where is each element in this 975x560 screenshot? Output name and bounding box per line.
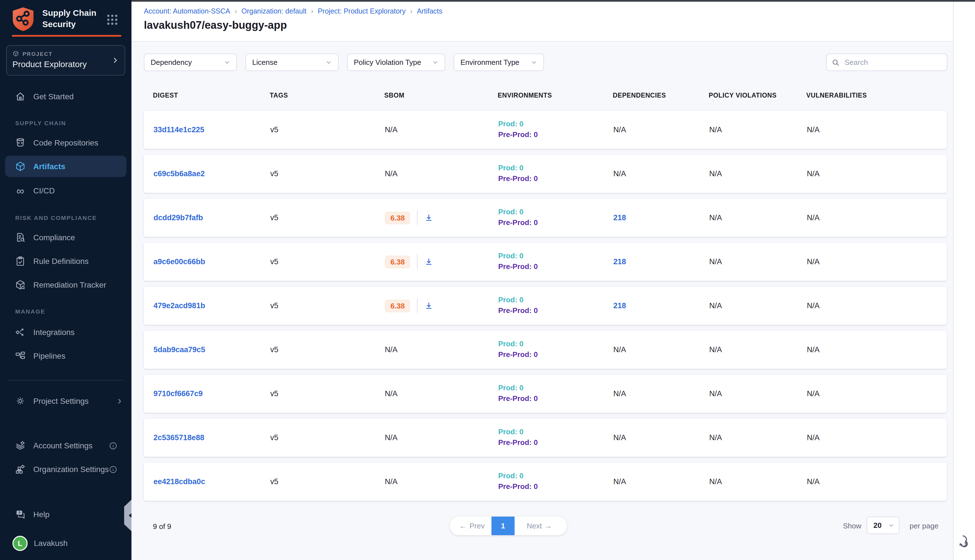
info-icon[interactable] [109, 465, 117, 473]
arrow-left-icon: ← [459, 522, 467, 530]
preprod-count: Pre-Prod: 0 [498, 174, 538, 184]
project-selector-label: PROJECT [23, 50, 53, 57]
download-sbom-icon[interactable] [424, 301, 434, 310]
sidebar-item-label: Organization Settings [33, 465, 109, 474]
feedback-chat-icon[interactable] [957, 532, 972, 548]
digest-link[interactable]: 9710cf6667c9 [154, 389, 202, 398]
sidebar: Supply Chain Security PROJECT Produ [0, 0, 132, 560]
sidebar-item-compliance[interactable]: Compliance [0, 226, 132, 249]
tag-value: v5 [270, 477, 279, 486]
environments-cell: Prod: 0 Pre-Prod: 0 [498, 251, 538, 272]
policy-violations-value: N/A [709, 257, 722, 266]
artifact-cube-icon [15, 161, 26, 172]
digest-link[interactable]: 5dab9caa79c5 [154, 345, 205, 354]
sidebar-item-account-settings[interactable]: Account Settings [0, 434, 132, 457]
breadcrumb-account[interactable]: Account: Automation-SSCA [144, 7, 230, 15]
sidebar-item-integrations[interactable]: Integrations [0, 321, 132, 343]
policy-violations-value: N/A [709, 345, 722, 354]
page-size-select[interactable]: 20 [866, 517, 899, 534]
sidebar-item-remediation-tracker[interactable]: Remediation Tracker [0, 273, 132, 296]
prod-count: Prod: 0 [498, 251, 538, 262]
sidebar-item-rule-definitions[interactable]: Rule Definitions [0, 250, 132, 272]
preprod-count: Pre-Prod: 0 [498, 306, 538, 317]
digest-link[interactable]: 2c5365718e88 [154, 433, 204, 442]
sidebar-divider [8, 380, 124, 381]
policy-violations-value: N/A [709, 389, 722, 398]
filter-dependency[interactable]: Dependency [144, 53, 237, 71]
dependencies-link[interactable]: 218 [613, 213, 626, 222]
dependencies-link[interactable]: 218 [613, 302, 626, 310]
sidebar-item-cicd[interactable]: ∞ CI/CD [0, 179, 132, 202]
tag-value: v5 [270, 125, 279, 134]
vulnerabilities-value: N/A [807, 170, 820, 178]
chevron-right-icon [116, 397, 123, 405]
sbom-value: N/A [385, 345, 397, 354]
pagination-prev-button[interactable]: ← Prev [450, 517, 491, 535]
environments-cell: Prod: 0 Pre-Prod: 0 [498, 339, 538, 360]
artifact-table: 33d114e1c225 v5 N/A Prod: 0 Pre-Prod: 0 … [143, 110, 947, 506]
breadcrumb-organization[interactable]: Organization: default [242, 7, 307, 15]
filter-environment-type[interactable]: Environment Type [454, 53, 544, 71]
digest-link[interactable]: 33d114e1c225 [154, 125, 204, 134]
pipelines-icon [15, 350, 26, 362]
sidebar-item-help[interactable]: ? Help [0, 503, 132, 526]
project-selector[interactable]: PROJECT Product Exploratory [6, 45, 125, 75]
column-header-tags: TAGS [270, 92, 288, 99]
filter-license[interactable]: License [245, 53, 339, 71]
arrow-right-icon: → [545, 522, 552, 530]
download-sbom-icon[interactable] [424, 213, 434, 222]
sidebar-item-label: Project Settings [33, 397, 88, 405]
info-icon[interactable] [109, 441, 117, 450]
sidebar-item-code-repositories[interactable]: Code Repositories [0, 132, 132, 154]
dependencies-link[interactable]: 218 [613, 257, 626, 266]
tag-value: v5 [270, 213, 279, 222]
breadcrumb: Account: Automation-SSCA› Organization: … [144, 7, 442, 15]
sidebar-item-label: Artifacts [33, 162, 65, 171]
breadcrumb-separator: › [311, 7, 313, 15]
pagination-page-1[interactable]: 1 [491, 517, 514, 535]
environments-cell: Prod: 0 Pre-Prod: 0 [498, 427, 538, 448]
digest-link[interactable]: 479e2acd981b [154, 302, 205, 310]
sidebar-item-pipelines[interactable]: Pipelines [0, 345, 132, 367]
sidebar-item-artifacts[interactable]: Artifacts [5, 156, 126, 177]
cell-divider [417, 210, 418, 225]
sidebar-item-user-profile[interactable]: L Lavakush [0, 532, 132, 554]
sbom-score-badge: 6.38 [385, 299, 411, 312]
digest-link[interactable]: ee4218cdba0c [154, 477, 205, 486]
filter-policy-violation-type[interactable]: Policy Violation Type [347, 53, 445, 71]
prod-count: Prod: 0 [498, 207, 538, 218]
app-switcher-icon[interactable] [106, 13, 119, 26]
breadcrumb-project[interactable]: Project: Product Exploratory [318, 7, 406, 15]
sidebar-item-organization-settings[interactable]: Organization Settings [0, 458, 132, 480]
page-size-value: 20 [873, 521, 882, 530]
code-repository-icon [15, 137, 26, 148]
dependencies-value: N/A [613, 170, 626, 178]
integrations-icon [15, 327, 26, 338]
sbom-value: N/A [385, 477, 397, 486]
top-edge-sliver [132, 0, 975, 2]
vulnerabilities-value: N/A [807, 477, 820, 486]
dependencies-value: N/A [613, 345, 626, 354]
sidebar-item-project-settings[interactable]: Project Settings [0, 390, 132, 412]
vulnerabilities-value: N/A [807, 125, 820, 134]
sbom-cell: 6.38 [385, 254, 434, 269]
search-box [826, 53, 947, 71]
digest-link[interactable]: c69c5b6a8ae2 [154, 170, 205, 178]
page-size-suffix-label: per page [910, 522, 938, 530]
next-label: Next [527, 522, 542, 530]
sbom-cell: 6.38 [385, 298, 434, 313]
pagination-next-button[interactable]: Next → [514, 517, 567, 535]
download-sbom-icon[interactable] [424, 257, 434, 266]
table-row: 2c5365718e88 v5 N/A Prod: 0 Pre-Prod: 0 … [143, 418, 947, 457]
sbom-score-badge: 6.38 [385, 211, 411, 224]
table-row: c69c5b6a8ae2 v5 N/A Prod: 0 Pre-Prod: 0 … [143, 154, 947, 193]
project-selector-value: Product Exploratory [12, 59, 119, 69]
breadcrumb-artifacts[interactable]: Artifacts [417, 7, 442, 15]
digest-link[interactable]: dcdd29b7fafb [154, 213, 203, 222]
search-input[interactable] [843, 58, 942, 67]
sidebar-item-get-started[interactable]: Get Started [0, 85, 132, 108]
digest-link[interactable]: a9c6e00c66bb [154, 257, 205, 266]
chevron-down-icon [888, 522, 894, 528]
sidebar-item-label: Help [33, 510, 50, 519]
sidebar-item-label: Rule Definitions [33, 257, 88, 266]
